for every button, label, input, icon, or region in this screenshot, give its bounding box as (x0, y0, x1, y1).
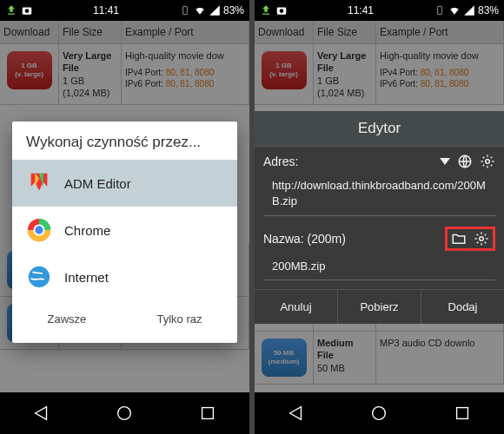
internet-icon (26, 264, 52, 290)
wifi-icon (194, 4, 206, 16)
editor-dialog: Edytor Adres: http://download.thinkbroad… (255, 111, 504, 324)
chooser-item-chrome[interactable]: Chrome (12, 207, 237, 253)
svg-point-15 (486, 160, 490, 164)
chrome-icon (26, 217, 52, 243)
home-icon[interactable] (115, 404, 134, 423)
gear-icon[interactable] (474, 231, 489, 247)
chooser-item-adm[interactable]: ADM Editor (12, 160, 237, 207)
back-icon[interactable] (287, 404, 306, 423)
status-bar: 11:41 83% (0, 0, 249, 21)
chooser-label: Chrome (64, 223, 110, 238)
chooser-item-internet[interactable]: Internet (12, 253, 237, 300)
svg-point-1 (25, 9, 30, 13)
wifi-icon (448, 4, 461, 16)
gear-icon[interactable] (480, 154, 495, 169)
chooser-title: Wykonaj czynność przez... (12, 122, 237, 160)
recent-icon[interactable] (198, 404, 217, 423)
svg-rect-18 (457, 408, 468, 419)
battery-pct: 83% (223, 4, 244, 16)
chooser-label: ADM Editor (64, 176, 131, 191)
svg-rect-10 (202, 408, 214, 419)
folder-icon[interactable] (451, 231, 467, 247)
clock: 11:41 (93, 4, 119, 16)
phone-right: 11:41 83% Download File Size Example / P… (255, 0, 504, 434)
vibrate-icon (179, 4, 191, 16)
signal-icon (463, 4, 475, 16)
svg-rect-13 (438, 6, 442, 14)
download-icon (5, 4, 17, 16)
cancel-button[interactable]: Anuluj (255, 290, 338, 324)
clock: 11:41 (348, 4, 374, 16)
svg-point-7 (35, 226, 43, 233)
svg-point-16 (480, 237, 484, 241)
svg-point-12 (280, 9, 284, 13)
svg-point-8 (29, 266, 50, 287)
svg-point-9 (118, 407, 131, 420)
camera-icon (21, 4, 33, 16)
app-chooser-dialog: Wykonaj czynność przez... ADM Editor Chr… (12, 122, 237, 343)
nav-bar (255, 392, 504, 434)
phone-left: 11:41 83% Download File Size Example / P… (0, 0, 249, 434)
recent-icon[interactable] (453, 404, 472, 423)
filename-input[interactable]: 200MB.zip (263, 256, 495, 280)
always-button[interactable]: Zawsze (37, 307, 97, 331)
signal-icon (209, 4, 221, 16)
status-bar: 11:41 83% (255, 0, 504, 21)
camera-icon (275, 4, 288, 16)
chooser-label: Internet (64, 270, 109, 285)
url-input[interactable]: http://download.thinkbroadband.com/200MB… (263, 176, 495, 216)
download-icon (260, 4, 272, 16)
nav-bar (0, 392, 249, 434)
adm-icon (26, 170, 52, 196)
battery-pct: 83% (478, 4, 499, 16)
address-label: Adres: (263, 155, 298, 168)
name-label: Nazwa: (200m) (263, 232, 346, 246)
download-button[interactable]: Pobierz (338, 290, 421, 324)
once-button[interactable]: Tylko raz (146, 307, 212, 331)
add-button[interactable]: Dodaj (421, 290, 504, 324)
vibrate-icon (434, 4, 446, 16)
home-icon[interactable] (369, 404, 388, 423)
svg-point-17 (373, 407, 386, 420)
editor-title: Edytor (255, 111, 504, 147)
back-icon[interactable] (32, 404, 51, 423)
globe-icon[interactable] (457, 154, 473, 169)
dropdown-icon[interactable] (440, 158, 450, 165)
highlight-box (445, 227, 495, 251)
svg-rect-2 (183, 6, 188, 14)
